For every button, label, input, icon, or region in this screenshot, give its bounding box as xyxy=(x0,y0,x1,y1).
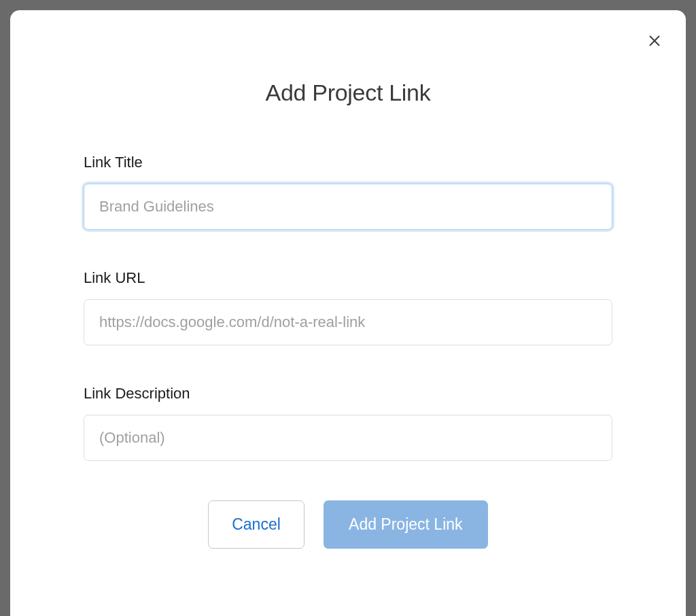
link-title-label: Link Title xyxy=(84,154,612,171)
link-description-group: Link Description xyxy=(84,385,612,461)
link-title-group: Link Title xyxy=(84,154,612,230)
add-project-link-button[interactable]: Add Project Link xyxy=(324,500,488,549)
link-title-input[interactable] xyxy=(84,184,612,230)
add-project-link-modal: Add Project Link Link Title Link URL Lin… xyxy=(10,10,686,616)
close-button[interactable] xyxy=(645,32,664,51)
link-description-label: Link Description xyxy=(84,385,612,403)
cancel-button[interactable]: Cancel xyxy=(208,500,304,549)
link-description-input[interactable] xyxy=(84,415,612,461)
modal-title: Add Project Link xyxy=(10,80,686,106)
close-icon xyxy=(647,33,662,50)
link-url-label: Link URL xyxy=(84,269,612,287)
modal-form: Link Title Link URL Link Description Can… xyxy=(10,154,686,549)
link-url-input[interactable] xyxy=(84,299,612,345)
link-url-group: Link URL xyxy=(84,269,612,345)
modal-button-row: Cancel Add Project Link xyxy=(84,500,612,549)
